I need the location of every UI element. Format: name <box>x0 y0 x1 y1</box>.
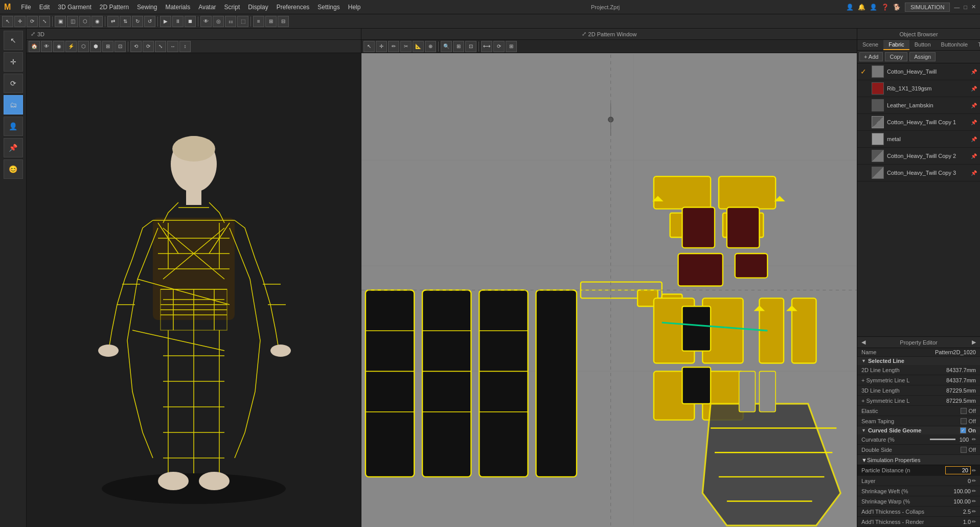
prop-shrinkage-weft-edit[interactable]: ✏ <box>972 488 976 494</box>
toolbar-tool2[interactable]: ◫ <box>67 16 78 27</box>
toolbar-sim3[interactable]: ⏹ <box>185 16 196 27</box>
tab-buttonhole[interactable]: Buttonhole <box>936 40 973 50</box>
property-editor-expand[interactable]: ▶ <box>972 339 976 346</box>
toolbar-tool3[interactable]: ⬡ <box>79 16 90 27</box>
3d-tb-11[interactable]: ⤡ <box>155 41 166 52</box>
left-icon-move[interactable]: ✛ <box>4 52 23 72</box>
pattern-2d-content[interactable] <box>361 53 857 527</box>
toolbar-tool5[interactable]: ⇄ <box>107 16 119 27</box>
menu-edit[interactable]: Edit <box>35 2 54 13</box>
toolbar-extra2[interactable]: ⊞ <box>265 16 277 27</box>
add-material-button[interactable]: + Add <box>859 52 883 61</box>
prop-double-side-box[interactable] <box>961 447 967 453</box>
tab-scene[interactable]: Scene <box>857 40 883 50</box>
2d-tb-select[interactable]: ↖ <box>363 41 375 52</box>
toolbar-tool4[interactable]: ◉ <box>92 16 103 27</box>
prop-seam-taping-checkbox[interactable]: Off <box>961 418 976 424</box>
material-item-5[interactable]: ✓ Cotton_Heavy_Twill Copy 2 📌 <box>857 148 980 165</box>
3d-tb-1[interactable]: 🏠 <box>29 41 40 52</box>
toolbar-select[interactable]: ↖ <box>2 16 13 27</box>
icon-user[interactable]: 👤 <box>846 4 854 11</box>
selected-line-section[interactable]: ▼ Selected Line <box>857 357 980 365</box>
2d-tb-pen[interactable]: ✏ <box>388 41 399 52</box>
toolbar-tool1[interactable]: ▣ <box>55 16 66 27</box>
prop-add-thickness-collapse-edit[interactable]: ✏ <box>972 509 976 514</box>
3d-tb-12[interactable]: ↔ <box>167 41 178 52</box>
viewport-3d-expand[interactable]: ⤢ <box>31 31 35 37</box>
menu-script[interactable]: Script <box>220 2 244 13</box>
close-btn[interactable]: ✕ <box>971 4 976 10</box>
prop-seam-taping-box[interactable] <box>961 418 967 424</box>
tab-button[interactable]: Button <box>909 40 936 50</box>
icon-person[interactable]: 👤 <box>870 4 877 11</box>
prop-particle-distance-input[interactable] <box>945 466 971 474</box>
left-icon-face[interactable]: 😊 <box>4 159 23 179</box>
2d-tb-measure[interactable]: 📐 <box>413 41 424 52</box>
curved-side-checkbox[interactable]: ✓ On <box>960 427 976 433</box>
menu-2d-pattern[interactable]: 2D Pattern <box>96 2 133 13</box>
icon-bell[interactable]: 🔔 <box>858 4 865 11</box>
minimize-btn[interactable]: — <box>954 4 960 10</box>
3d-tb-6[interactable]: ⬢ <box>90 41 101 52</box>
toolbar-tool6[interactable]: ⇅ <box>120 16 131 27</box>
pattern-2d-expand-icon[interactable]: ⤢ <box>582 31 586 37</box>
toolbar-view3[interactable]: ⚏ <box>225 16 236 27</box>
material-item-6[interactable]: ✓ Cotton_Heavy_Twill Copy 3 📌 <box>857 165 980 181</box>
menu-help[interactable]: Help <box>344 2 365 13</box>
curved-side-section[interactable]: ▼ Curved Side Geome ✓ On <box>857 426 980 434</box>
3d-tb-8[interactable]: ⊡ <box>115 41 126 52</box>
2d-tb-cut[interactable]: ✂ <box>400 41 412 52</box>
toolbar-extra1[interactable]: ≡ <box>253 16 264 27</box>
2d-tb-move[interactable]: ✛ <box>376 41 387 52</box>
3d-tb-10[interactable]: ⟳ <box>143 41 154 52</box>
toolbar-move[interactable]: ✛ <box>14 16 26 27</box>
left-icon-select[interactable]: ↖ <box>4 31 23 50</box>
simulation-properties-header[interactable]: ▼ Simulation Properties <box>857 455 980 465</box>
prop-elastic-checkbox[interactable]: Off <box>961 408 976 414</box>
left-icon-pattern[interactable]: 🗂 <box>4 95 23 114</box>
prop-double-side-checkbox[interactable]: Off <box>961 447 976 453</box>
prop-curvature-slider[interactable] <box>930 439 955 440</box>
left-icon-avatar[interactable]: 👤 <box>4 117 23 136</box>
material-item-1[interactable]: ✓ Rib_1X1_319gsm 📌 <box>857 80 980 97</box>
tab-topstitch[interactable]: Topstitch <box>973 40 980 50</box>
toolbar-tool7[interactable]: ↻ <box>132 16 143 27</box>
toolbar-scale[interactable]: ⤡ <box>39 16 50 27</box>
3d-tb-3[interactable]: ◉ <box>53 41 64 52</box>
prop-curvature-edit[interactable]: ✏ <box>972 437 976 442</box>
left-icon-pin[interactable]: 📌 <box>4 138 23 157</box>
2d-tb-rotate[interactable]: ⟳ <box>493 41 505 52</box>
toolbar-sim1[interactable]: ▶ <box>160 16 171 27</box>
left-icon-rotate[interactable]: ⟳ <box>4 74 23 93</box>
menu-settings[interactable]: Settings <box>313 2 344 13</box>
toolbar-rotate[interactable]: ⟳ <box>27 16 38 27</box>
2d-tb-seam[interactable]: ⊕ <box>425 41 436 52</box>
3d-tb-4[interactable]: ⚡ <box>65 41 77 52</box>
assign-material-button[interactable]: Assign <box>909 52 936 61</box>
2d-tb-snap[interactable]: ⊡ <box>465 41 476 52</box>
menu-3d-garment[interactable]: 3D Garment <box>54 2 95 13</box>
2d-tb-mirror[interactable]: ⟷ <box>481 41 492 52</box>
material-item-2[interactable]: ✓ Leather_Lambskin 📌 <box>857 97 980 114</box>
toolbar-sim2[interactable]: ⏸ <box>172 16 184 27</box>
tab-fabric[interactable]: Fabric <box>883 40 909 50</box>
prop-add-thickness-render-edit[interactable]: ✏ <box>972 519 976 524</box>
material-item-3[interactable]: ✓ Cotton_Heavy_Twill Copy 1 📌 <box>857 114 980 131</box>
3d-tb-7[interactable]: ⊞ <box>102 41 113 52</box>
toolbar-extra3[interactable]: ⊟ <box>278 16 289 27</box>
prop-particle-distance-edit[interactable]: ✏ <box>972 468 976 473</box>
3d-tb-5[interactable]: ⬡ <box>78 41 89 52</box>
2d-tb-grid[interactable]: ⊞ <box>453 41 464 52</box>
toolbar-view1[interactable]: 👁 <box>200 16 212 27</box>
curved-side-box[interactable]: ✓ <box>960 427 966 433</box>
icon-help[interactable]: ❓ <box>881 4 889 11</box>
prop-layer-edit[interactable]: ✏ <box>972 478 976 484</box>
2d-tb-arrange[interactable]: ⊞ <box>506 41 517 52</box>
menu-sewing[interactable]: Sewing <box>133 2 161 13</box>
3d-tb-13[interactable]: ↕ <box>179 41 191 52</box>
property-editor-collapse[interactable]: ◀ <box>861 339 865 346</box>
toolbar-view4[interactable]: ⬚ <box>237 16 248 27</box>
material-item-4[interactable]: ✓ metal 📌 <box>857 131 980 148</box>
menu-display[interactable]: Display <box>244 2 272 13</box>
prop-elastic-box[interactable] <box>961 408 967 414</box>
